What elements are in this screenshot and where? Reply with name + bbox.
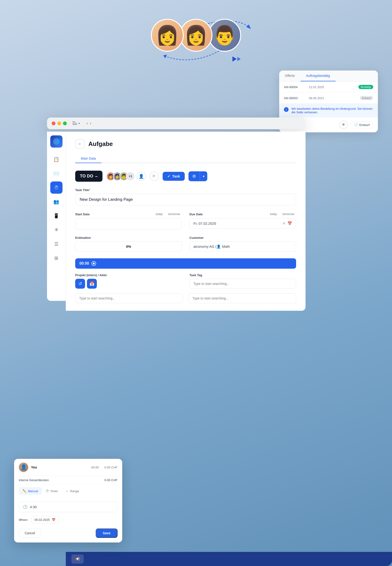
sidebar-item-tasks[interactable]: 📋: [50, 153, 63, 166]
project-calendar-button[interactable]: 📅: [87, 279, 97, 289]
when-label: When:: [19, 518, 28, 522]
popup-body: 🕐 4:30 When: 05.02.2025 📅 Cancel Save: [14, 498, 122, 542]
eye-icon[interactable]: 👁: [339, 121, 348, 129]
start-tomorrow-button[interactable]: tomorrow: [166, 212, 182, 216]
nav-arrows[interactable]: ‹ ›: [86, 121, 91, 126]
page-header: ← Aufgabe: [75, 139, 296, 149]
search-input-left[interactable]: [75, 293, 183, 303]
sidebar-item-messages[interactable]: ✉️: [50, 167, 63, 180]
search-input-right[interactable]: [188, 293, 296, 303]
estimation-customer-row: Estimation 0% Customer aiconomy AG (👤 Ma…: [75, 236, 296, 252]
customer-value[interactable]: aiconomy AG (👤 Math: [189, 241, 296, 252]
task-tag-input[interactable]: [189, 279, 296, 289]
popup-actions: Cancel Save: [19, 528, 117, 539]
popup-tab-manual[interactable]: ✏️ Manual: [19, 487, 42, 495]
user-name: You: [31, 465, 37, 469]
grid-icon: ⊞: [54, 255, 58, 261]
time-popup-user: 👤 You: [19, 463, 37, 472]
due-today-button[interactable]: today: [268, 212, 279, 216]
sidebar-item-menu[interactable]: ☰: [50, 238, 63, 250]
range-tab-label: Range: [70, 489, 79, 493]
time-entry-button[interactable]: 00:00: [75, 258, 296, 269]
time-input-row[interactable]: 🕐 4:30: [19, 502, 117, 512]
project-field: Projekt (intern) / Aktiv ↺ 📅: [75, 273, 182, 289]
tab-auftragsbestatigt[interactable]: Auftragsbestätig: [301, 71, 336, 81]
svg-marker-0: [232, 57, 237, 62]
back-button[interactable]: ←: [75, 139, 84, 149]
estimation-input[interactable]: 0%: [75, 241, 182, 252]
time-input-value: 4:30: [30, 505, 37, 509]
forward-arrow[interactable]: ›: [90, 121, 91, 126]
task-type-label: Task: [172, 174, 180, 178]
sidebar-item-timer[interactable]: ⏱: [50, 182, 63, 194]
when-date-picker[interactable]: 05.02.2025 📅: [31, 516, 59, 524]
close-button[interactable]: [52, 122, 56, 125]
sidebar-item-users[interactable]: 👥: [50, 196, 63, 208]
start-date-label: Start Date: [75, 212, 90, 216]
project-reset-button[interactable]: ↺: [75, 279, 85, 289]
time-values: 00:00 0.00 CHF: [91, 466, 117, 469]
avatar-section: 👩 👩 👨: [151, 19, 241, 52]
project-input-group: ↺ 📅: [75, 279, 182, 289]
sidebar-item-mobile[interactable]: 📱: [50, 210, 63, 222]
pdf-button[interactable]: 📄 Entwurf: [351, 122, 373, 128]
due-tomorrow-button[interactable]: tomorrow: [280, 212, 296, 216]
settings-main-button[interactable]: ⚙: [188, 171, 200, 181]
order-date-1: 12.01.2025: [309, 85, 355, 89]
task-type-button[interactable]: ✓ Task: [163, 172, 185, 181]
avatar-3: 👨: [208, 19, 241, 52]
sidebar-item-integrations[interactable]: ✳: [50, 224, 63, 236]
settings-dropdown-button[interactable]: ▾: [200, 171, 207, 181]
svg-text:🌐: 🌐: [55, 139, 60, 144]
timer-icon: ⏱: [54, 185, 59, 190]
cancel-button[interactable]: Cancel: [19, 529, 41, 538]
forward-arrows: [232, 57, 241, 62]
save-button[interactable]: Save: [96, 528, 117, 538]
svg-marker-2: [163, 55, 167, 58]
sidebar: 🌐 📋 ✉️ ⏱ 👥 📱 ✳ ☰ ⊞: [47, 132, 66, 301]
tasks-icon: 📋: [53, 156, 59, 162]
bottom-nav-announcement[interactable]: 📢: [71, 554, 84, 564]
tab-offerte[interactable]: Offerte: [279, 71, 301, 81]
avatar-1: 👩: [151, 19, 184, 52]
sidebar-item-grid[interactable]: ⊞: [50, 252, 63, 264]
minimize-button[interactable]: [57, 122, 61, 125]
users-icon: 👥: [53, 199, 59, 204]
start-today-button[interactable]: today: [154, 212, 165, 216]
assignees-stack: 👩 👩 👨 +1 👤: [106, 172, 146, 181]
edit-icon: ✏️: [23, 489, 27, 493]
start-date-input[interactable]: [75, 218, 182, 229]
popup-tab-timer[interactable]: ⏱ Timer: [42, 487, 62, 495]
start-date-field: Start Date today tomorrow: [75, 212, 182, 229]
settings-icon: ⚙: [192, 174, 196, 179]
due-date-input[interactable]: Fr, 07.02.2025 ✕ 📅: [189, 218, 296, 229]
popup-tab-range[interactable]: ↔️ Range: [62, 487, 83, 495]
page-title: Aufgabe: [88, 140, 113, 148]
dates-row: Start Date today tomorrow Due Date today…: [75, 212, 296, 229]
manual-tab-label: Manual: [28, 489, 38, 493]
messages-icon: ✉️: [53, 171, 59, 176]
order-id-1: AN-00004: [284, 85, 305, 89]
tab-main-data[interactable]: Main Data: [75, 154, 101, 163]
tab-bar: Main Data: [75, 154, 296, 163]
app-window: ▾ ‹ ›: [47, 117, 306, 129]
sidebar-toggle[interactable]: ▾: [72, 122, 80, 125]
traffic-lights: [52, 122, 67, 125]
assignees-count[interactable]: +1: [126, 172, 135, 181]
back-arrow[interactable]: ‹: [86, 121, 88, 126]
add-assignee-button[interactable]: 👤: [137, 172, 146, 181]
todo-status-badge[interactable]: TO DO –: [75, 171, 102, 182]
integrations-icon: ✳: [54, 227, 58, 233]
customer-label: Customer: [189, 236, 296, 240]
clear-date-button[interactable]: ✕: [282, 221, 286, 226]
bottom-search-row: [75, 293, 296, 303]
calendar-icon[interactable]: 📅: [287, 221, 292, 226]
time-display: 00:00: [79, 261, 89, 266]
range-icon: ↔️: [65, 489, 69, 493]
task-title-label: Task Title*: [75, 188, 296, 192]
maximize-button[interactable]: [63, 122, 67, 125]
sidebar-logo[interactable]: 🌐: [50, 135, 63, 148]
task-title-input[interactable]: [75, 194, 296, 205]
flag-button[interactable]: 🏳: [150, 171, 159, 181]
order-row-2: AN-00003 08.06.2021 Entwurf: [279, 93, 378, 104]
